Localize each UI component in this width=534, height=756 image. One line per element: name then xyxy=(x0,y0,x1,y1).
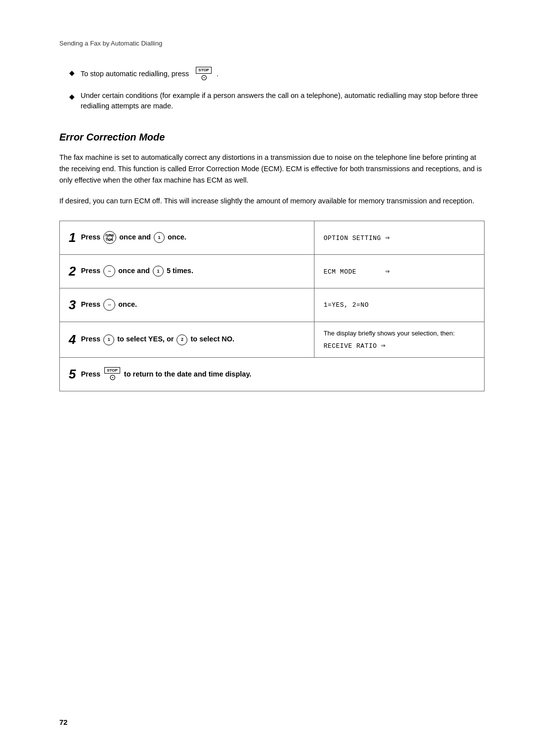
section-title: Error Correction Mode xyxy=(59,132,485,143)
step-3-text: Press − once. xyxy=(81,300,137,308)
section-header: Sending a Fax by Automatic Dialling xyxy=(59,40,485,47)
circle-1-icon-step1: 1 xyxy=(154,232,165,243)
step-number-4: 4 xyxy=(69,332,76,347)
step-number-3: 3 xyxy=(69,297,76,312)
step-row-3: 3 Press − once. 1=YES, 2=NO xyxy=(60,288,485,322)
step-1-display: OPTION SETTING ⇒ xyxy=(323,235,390,242)
circle-1-icon-step2: 1 xyxy=(153,266,164,277)
step-4-right: The display briefly shows your selection… xyxy=(314,322,485,357)
stop-button-icon: STOP ⊙ xyxy=(196,67,212,82)
step-number-1: 1 xyxy=(69,230,76,245)
bullet-diamond-2: ◆ xyxy=(69,92,75,102)
bullet-text-1: To stop automatic redialling, press STOP… xyxy=(81,67,219,82)
circle-1-icon-step4: 1 xyxy=(103,334,114,345)
step-number-5: 5 xyxy=(69,367,76,381)
step-5-left: 5 Press STOP ⊙ to return to the date and… xyxy=(60,358,485,391)
step-row-1: 1 Press FUNKTION once and 1 once. OPTION… xyxy=(60,221,485,254)
step-3-right: 1=YES, 2=NO xyxy=(314,288,485,322)
bullet-list: ◆ To stop automatic redialling, press ST… xyxy=(59,67,485,112)
step-2-left: 2 Press − once and 1 5 times. xyxy=(60,254,314,288)
bullet-text-2: Under certain conditions (for example if… xyxy=(81,91,485,112)
circle-2-icon-step4: 2 xyxy=(177,334,187,345)
step-number-2: 2 xyxy=(69,264,76,279)
step-row-5: 5 Press STOP ⊙ to return to the date and… xyxy=(60,358,485,391)
step-4-subtext: The display briefly shows your selection… xyxy=(323,329,475,338)
step-4-text: Press 1 to select YES, or 2 to select NO… xyxy=(81,335,234,343)
section-label-text: Sending a Fax by Automatic Dialling xyxy=(59,40,162,47)
step-2-right: ECM MODE ⇒ xyxy=(314,254,485,288)
step-3-left: 3 Press − once. xyxy=(60,288,314,322)
step-1-text: Press FUNKTION once and 1 once. xyxy=(81,233,186,241)
arrow-button-icon-step2a: − xyxy=(103,265,115,277)
stop-label: STOP xyxy=(196,67,212,74)
body-para-2: If desired, you can turn ECM off. This w… xyxy=(59,195,485,207)
stop-label-step5: STOP xyxy=(104,367,120,374)
funktion-button-icon: FUNKTION xyxy=(103,231,116,244)
step-row-4: 4 Press 1 to select YES, or 2 to select … xyxy=(60,322,485,357)
step-4-display: RECEIVE RATIO ⇒ xyxy=(323,342,386,350)
bullet-item-2: ◆ Under certain conditions (for example … xyxy=(69,91,485,112)
step-4-left: 4 Press 1 to select YES, or 2 to select … xyxy=(60,322,314,357)
step-2-display: ECM MODE ⇒ xyxy=(323,268,390,276)
page-number: 72 xyxy=(59,718,68,726)
step-3-display: 1=YES, 2=NO xyxy=(323,301,368,309)
step-1-left: 1 Press FUNKTION once and 1 once. xyxy=(60,221,314,254)
step-1-right: OPTION SETTING ⇒ xyxy=(314,221,485,254)
bullet-item-1: ◆ To stop automatic redialling, press ST… xyxy=(69,67,485,82)
stop-button-step5: STOP ⊙ xyxy=(104,367,120,382)
step-2-text: Press − once and 1 5 times. xyxy=(81,267,193,275)
steps-table: 1 Press FUNKTION once and 1 once. OPTION… xyxy=(59,221,485,391)
body-para-1: The fax machine is set to automatically … xyxy=(59,152,485,187)
arrow-button-icon-step3: − xyxy=(103,299,115,311)
bullet-diamond-1: ◆ xyxy=(69,68,75,78)
step-row-2: 2 Press − once and 1 5 times. ECM MODE ⇒ xyxy=(60,254,485,288)
step-5-text: Press STOP ⊙ to return to the date and t… xyxy=(81,370,252,378)
